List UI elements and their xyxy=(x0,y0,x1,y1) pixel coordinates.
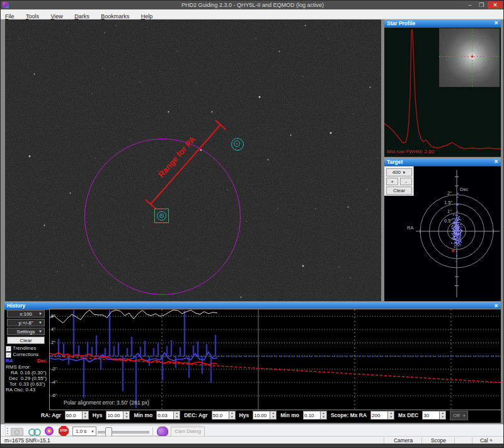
scope-mxdec-input[interactable]: ▲▼ xyxy=(422,411,446,420)
ra-agr-spinner[interactable]: ▲▼ xyxy=(83,411,89,420)
ring-label-0-5: 0.5" xyxy=(444,218,452,224)
maximize-button[interactable]: ❒ xyxy=(476,1,486,9)
ra-minmo-input[interactable]: ▲▼ xyxy=(156,411,180,420)
guide-scatter-dot xyxy=(454,224,455,225)
corrections-checkbox[interactable]: ✓ xyxy=(6,352,11,358)
guide-scatter-dot xyxy=(458,237,459,238)
target-close-icon[interactable]: ✕ xyxy=(494,159,498,164)
guide-scatter-dot xyxy=(452,233,453,234)
scope-mxdec-spinner[interactable]: ▲▼ xyxy=(440,411,446,420)
guide-scatter-dot xyxy=(454,229,455,231)
dec-agr-spinner[interactable]: ▲▼ xyxy=(229,411,236,420)
guide-scatter-dot xyxy=(453,214,454,215)
guide-scatter-dot xyxy=(457,204,459,205)
menu-help[interactable]: Help xyxy=(137,12,158,20)
guide-scatter-dot xyxy=(455,239,457,240)
dec-minmo-spinner[interactable]: ▲▼ xyxy=(321,411,327,420)
ytick-4: 4" xyxy=(51,326,55,332)
guide-scatter-dot xyxy=(455,240,457,241)
exposure-select[interactable]: 1.0 s▼ xyxy=(72,427,96,436)
target-panel: Target ✕ 2" 1.5" 1" 0.5" Dec xyxy=(384,158,501,301)
status-snr-readout: m=1675 SNR=15.1 xyxy=(4,437,50,444)
history-settings-select[interactable]: Settings▼ xyxy=(7,328,45,335)
guide-scatter-dot xyxy=(460,229,461,230)
close-button[interactable]: ✕ xyxy=(488,1,503,9)
menu-file[interactable]: File xyxy=(1,12,19,20)
camera-connect-icon[interactable] xyxy=(11,428,23,436)
guide-scatter-dot xyxy=(457,217,459,219)
dec-agr-input[interactable]: ▲▼ xyxy=(212,411,236,420)
guide-scatter-dot xyxy=(455,223,457,224)
dec-minmo-input[interactable]: ▲▼ xyxy=(303,411,327,420)
stop-icon[interactable]: STOP xyxy=(59,426,69,436)
guide-scatter-dot xyxy=(460,219,461,221)
guide-scatter-dot xyxy=(456,218,457,219)
ra-minmo-label: Min mo xyxy=(134,412,152,418)
gamma-slider-thumb[interactable] xyxy=(105,427,112,437)
title-bar: PHD2 Guiding 2.3.0 - QHY5L-II and EQMOD … xyxy=(1,1,504,9)
rms-header: RMS Error: xyxy=(6,364,31,370)
minimize-button[interactable]: – xyxy=(465,1,475,9)
guide-scatter-dot xyxy=(459,216,460,217)
trendlines-checkbox[interactable]: ✓ xyxy=(6,346,11,352)
guide-scatter-dot xyxy=(455,235,456,236)
star-zoom-inset xyxy=(439,28,500,87)
scope-mxra-label: Scope: Mx RA xyxy=(331,412,367,418)
dec-axis-label: Dec xyxy=(460,187,468,192)
guide-scatter-dot xyxy=(459,238,461,239)
guide-scatter-dot xyxy=(452,225,454,226)
guide-star-ring-inner xyxy=(159,214,164,218)
dither-select[interactable]: Off▼ xyxy=(450,411,468,420)
guide-scatter-dot xyxy=(457,215,458,216)
guide-scatter-dot xyxy=(455,220,456,221)
guide-scatter-dot xyxy=(458,245,459,246)
scope-mxdec-label: Mx DEC xyxy=(398,412,418,418)
guide-scatter-dot xyxy=(456,205,457,206)
history-xscale-select[interactable]: x:100▼ xyxy=(7,310,45,318)
cam-dialog-button[interactable]: Cam Dialog xyxy=(171,427,205,437)
menu-view[interactable]: View xyxy=(46,12,67,20)
target-zoom-select[interactable]: 400 ▼ xyxy=(386,168,412,176)
advanced-settings-brain-icon[interactable] xyxy=(157,427,168,436)
guide-scatter-dot xyxy=(460,233,461,234)
history-close-icon[interactable]: ✕ xyxy=(494,303,498,309)
ring-label-1-5: 1.5" xyxy=(444,200,452,205)
guide-scatter-dot xyxy=(454,231,455,233)
history-clear-button[interactable]: Clear xyxy=(7,336,45,344)
ra-hys-input[interactable]: ▲▼ xyxy=(106,411,130,420)
target-zoom-in-button[interactable]: + xyxy=(386,178,398,185)
guide-scatter-dot xyxy=(451,226,452,227)
ra-hys-spinner[interactable]: ▲▼ xyxy=(123,411,130,420)
loop-exposure-icon-right xyxy=(33,428,41,436)
guide-scatter-dot xyxy=(459,219,460,220)
guide-scatter-dot xyxy=(452,235,454,236)
dec-legend: Dec xyxy=(37,358,47,364)
dec-hys-spinner[interactable]: ▲▼ xyxy=(270,411,277,420)
ra-agr-input[interactable]: ▲▼ xyxy=(65,411,89,420)
target-clear-button[interactable]: Clear xyxy=(386,187,412,195)
centroid-dot xyxy=(471,55,473,57)
guide-scatter-dot xyxy=(452,238,453,239)
guide-scatter-dot xyxy=(456,228,457,229)
guide-scatter-dot xyxy=(458,226,459,227)
star-profile-close-icon[interactable]: ✕ xyxy=(494,20,498,26)
guide-scatter-dot xyxy=(461,224,462,225)
toolbar-grip[interactable] xyxy=(7,428,8,435)
guide-scatter-dot xyxy=(459,226,461,227)
menu-darks[interactable]: Darks xyxy=(70,12,94,20)
guide-scatter-dot xyxy=(457,239,458,241)
guide-scatter-dot xyxy=(460,241,461,242)
start-guiding-icon[interactable] xyxy=(45,427,54,435)
ra-minmo-spinner[interactable]: ▲▼ xyxy=(174,411,180,420)
selected-guide-star-box[interactable] xyxy=(154,209,169,223)
menu-bookmarks[interactable]: Bookmarks xyxy=(96,12,134,20)
scope-mxra-spinner[interactable]: ▲▼ xyxy=(388,411,394,420)
dec-hys-input[interactable]: ▲▼ xyxy=(253,411,277,420)
guide-camera-image[interactable]: Range for PA xyxy=(5,20,381,301)
history-yscale-select[interactable]: y:+/-8"▼ xyxy=(7,319,45,326)
guide-scatter-dot xyxy=(451,243,452,244)
scope-mxra-input[interactable]: ▲▼ xyxy=(370,411,394,420)
menu-tools[interactable]: Tools xyxy=(21,12,43,20)
target-controls: 400 ▼ + - Clear xyxy=(384,166,414,196)
target-zoom-out-button[interactable]: - xyxy=(400,178,412,185)
